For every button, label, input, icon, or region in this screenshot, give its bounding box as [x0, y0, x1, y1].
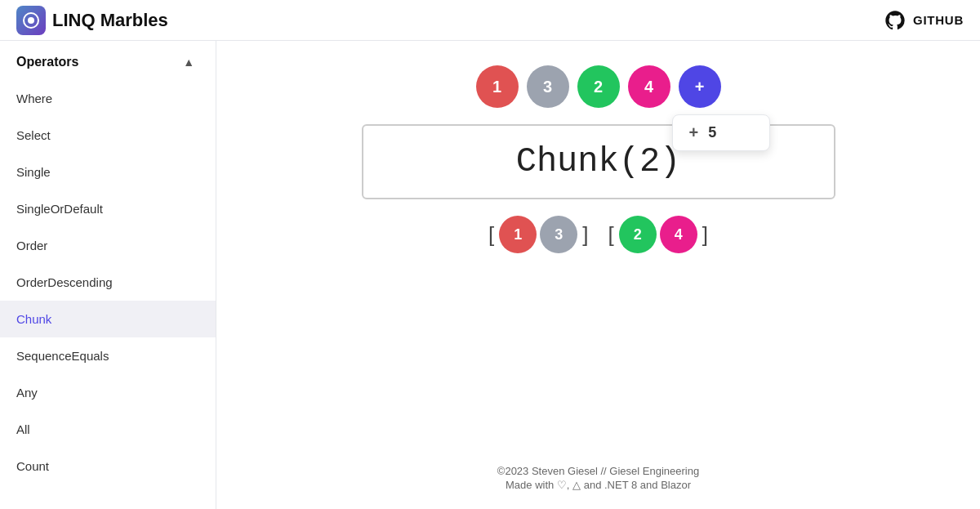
sidebar: Operators ▲ Where Select Single SingleOr… [0, 41, 216, 509]
github-link[interactable]: GITHUB [884, 9, 964, 32]
footer-line-1: ©2023 Steven Giesel // Giesel Engineerin… [497, 465, 699, 477]
output-group-2: 2 4 [619, 216, 697, 253]
sidebar-item-label: Order [16, 239, 47, 252]
sidebar-item-label: Select [16, 128, 51, 142]
visualization-area: 1 3 2 4 + + 5 [264, 65, 933, 253]
main-layout: Operators ▲ Where Select Single SingleOr… [0, 41, 980, 509]
marble-plus[interactable]: + + 5 [679, 65, 721, 108]
marble-tooltip: + 5 [672, 114, 770, 151]
app-title: LINQ Marbles [52, 10, 168, 31]
sidebar-item-where[interactable]: Where [0, 80, 216, 117]
sidebar-item-label: Chunk [16, 312, 51, 326]
sidebar-item-single[interactable]: Single [0, 154, 216, 190]
sidebar-item-chunk[interactable]: Chunk [0, 301, 216, 337]
marble-2[interactable]: 2 [577, 65, 620, 108]
sidebar-item-label: Count [16, 459, 49, 473]
sidebar-item-singleordefault[interactable]: SingleOrDefault [0, 190, 216, 227]
sidebar-item-select[interactable]: Select [0, 117, 216, 154]
bracket-open-1: [ [488, 222, 494, 248]
page-footer: ©2023 Steven Giesel // Giesel Engineerin… [481, 447, 715, 509]
bracket-close-1: ] [582, 222, 588, 248]
app-logo: LINQ Marbles [16, 6, 168, 35]
sidebar-item-label: Single [16, 165, 51, 179]
svg-point-1 [28, 17, 34, 24]
output-marbles-row: [ 1 3 ] [ 2 4 [488, 216, 708, 253]
sidebar-item-all[interactable]: All [0, 411, 216, 448]
app-header: LINQ Marbles GITHUB [0, 0, 980, 41]
footer-line-2: Made with ♡, △ and .NET 8 and Blazor [497, 479, 699, 491]
sidebar-item-any[interactable]: Any [0, 374, 216, 411]
logo-icon [16, 6, 46, 35]
output-marble-2[interactable]: 2 [619, 216, 657, 253]
operator-label: Chunk(2) [516, 142, 681, 181]
sidebar-item-label: Any [16, 386, 38, 400]
input-marbles-row: 1 3 2 4 + + 5 [476, 65, 721, 108]
output-group-1: 1 3 [499, 216, 577, 253]
sidebar-item-order[interactable]: Order [0, 227, 216, 264]
bracket-close-2: ] [702, 222, 708, 248]
main-content: 1 3 2 4 + + 5 [216, 41, 980, 509]
github-label: GITHUB [913, 13, 964, 27]
github-icon [884, 9, 906, 32]
sidebar-collapse-button[interactable]: ▲ [178, 54, 199, 70]
output-marble-1[interactable]: 1 [499, 216, 537, 253]
sidebar-item-sequenceequals[interactable]: SequenceEquals [0, 337, 216, 374]
marble-1[interactable]: 1 [476, 65, 519, 108]
sidebar-item-label: All [16, 422, 30, 436]
sidebar-item-label: SequenceEquals [16, 349, 109, 363]
tooltip-value: 5 [708, 124, 716, 141]
sidebar-item-label: Where [16, 92, 52, 105]
sidebar-item-label: OrderDescending [16, 275, 113, 289]
bracket-open-2: [ [608, 222, 614, 248]
sidebar-item-orderdescending[interactable]: OrderDescending [0, 264, 216, 301]
output-marble-3[interactable]: 3 [540, 216, 577, 253]
sidebar-section-label: Operators [16, 55, 78, 69]
sidebar-item-count[interactable]: Count [0, 448, 216, 484]
sidebar-header: Operators ▲ [0, 41, 216, 80]
output-marble-4[interactable]: 4 [660, 216, 697, 253]
marble-4[interactable]: 4 [628, 65, 670, 108]
tooltip-plus-symbol: + [689, 123, 699, 142]
sidebar-item-label: SingleOrDefault [16, 202, 103, 216]
marble-3[interactable]: 3 [527, 65, 569, 108]
